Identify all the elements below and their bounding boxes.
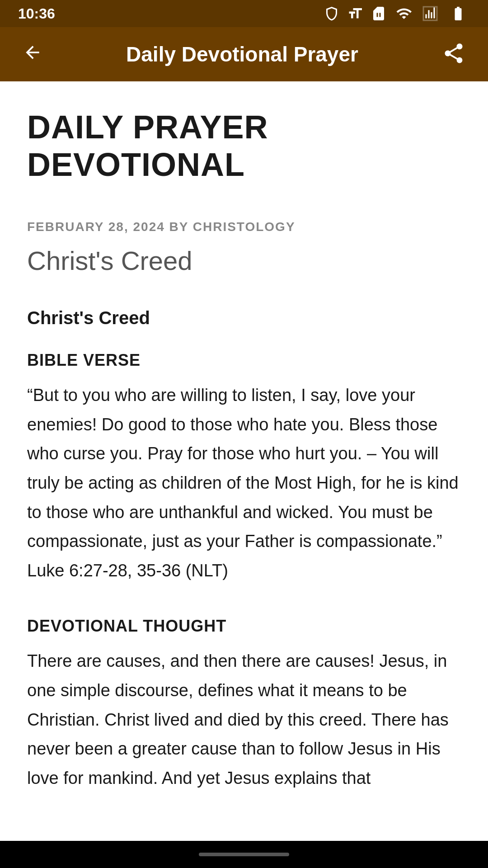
meta-info: FEBRUARY 28, 2024 BY CHRISTOLOGY	[27, 220, 461, 234]
status-icons	[324, 5, 470, 22]
devotional-text: There are causes, and then there are cau…	[27, 646, 461, 793]
bible-verse-heading: BIBLE VERSE	[27, 351, 461, 370]
shield-icon	[324, 5, 340, 22]
status-bar: 10:36	[0, 0, 488, 27]
bible-verse-text: “But to you who are willing to listen, I…	[27, 381, 461, 585]
wifi-icon	[394, 5, 414, 22]
bottom-nav-bar	[0, 841, 488, 868]
home-indicator	[199, 853, 289, 856]
status-time: 10:36	[18, 5, 55, 22]
header-title: Daily Devotional Prayer	[47, 42, 437, 66]
article-title: Christ's Creed	[27, 245, 461, 277]
share-button[interactable]	[437, 37, 470, 71]
main-title: DAILY PRAYERDEVOTIONAL	[27, 108, 461, 184]
back-button[interactable]	[18, 38, 47, 71]
devotional-heading: DEVOTIONAL THOUGHT	[27, 617, 461, 636]
battery-icon	[446, 5, 470, 22]
sim-icon	[371, 5, 387, 22]
signal-icon	[421, 5, 439, 22]
subheading: Christ's Creed	[27, 308, 461, 328]
app-header: Daily Devotional Prayer	[0, 27, 488, 81]
font-icon	[347, 5, 363, 22]
main-content: DAILY PRAYERDEVOTIONAL FEBRUARY 28, 2024…	[0, 81, 488, 868]
